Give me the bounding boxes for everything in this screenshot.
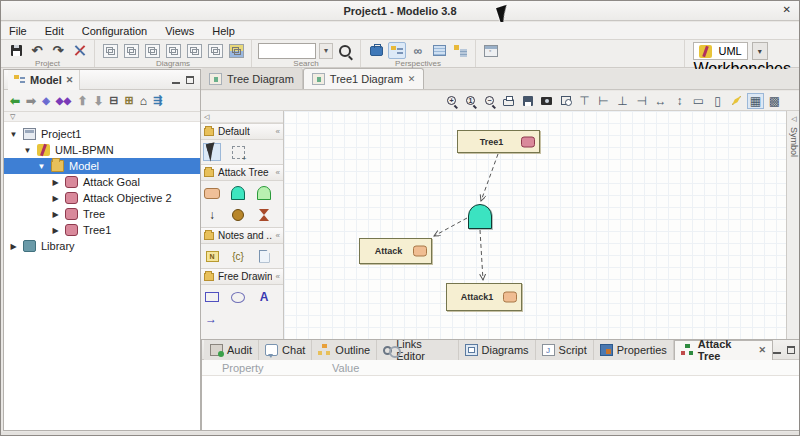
search-input[interactable] xyxy=(258,43,316,59)
zoom-actual-button[interactable]: 1 xyxy=(462,93,479,109)
forward-icon[interactable]: ➡ xyxy=(26,94,36,108)
counter-node-tool[interactable] xyxy=(229,206,247,224)
window-options-button[interactable] xyxy=(482,43,500,60)
snap-button[interactable]: ▩ xyxy=(766,93,783,109)
tree-icon[interactable]: ⊞ xyxy=(125,94,134,107)
search-dropdown-button[interactable]: ▾ xyxy=(319,43,333,59)
tree-item-attack-objective-2[interactable]: ▶ Attack Objective 2 xyxy=(4,190,200,206)
model-tab-close-icon[interactable]: ✕ xyxy=(66,75,74,85)
palette-section-notes[interactable]: Notes and ... « xyxy=(201,227,283,244)
expand-arrow[interactable]: ▶ xyxy=(51,226,60,235)
undo-button[interactable]: ↶ xyxy=(28,42,46,59)
transfer-node-tool[interactable] xyxy=(255,206,273,224)
tab-audit[interactable]: Audit xyxy=(204,340,259,360)
and-gate-node[interactable] xyxy=(468,204,492,229)
usecase-diagram-button[interactable] xyxy=(143,42,161,59)
menu-edit[interactable]: Edit xyxy=(45,25,64,37)
tools-button[interactable] xyxy=(70,42,88,59)
save-diagram-button[interactable] xyxy=(519,93,536,109)
related-all-icon[interactable]: ◆◆ xyxy=(56,95,71,106)
node-attack[interactable]: Attack xyxy=(359,238,432,264)
palette-collapse-button[interactable]: ◁ xyxy=(201,111,283,123)
ellipse-tool[interactable] xyxy=(229,288,247,306)
tab-close-icon[interactable]: ✕ xyxy=(758,345,766,355)
model-perspective-button[interactable] xyxy=(388,42,406,59)
home-icon[interactable]: ⌂ xyxy=(140,94,147,108)
line-tool[interactable]: → xyxy=(203,310,281,328)
zoom-in-button[interactable]: + xyxy=(443,93,460,109)
tab-diagrams[interactable]: Diagrams xyxy=(459,340,536,360)
tree-item-model[interactable]: ▼ Model xyxy=(4,158,200,174)
align-right-button[interactable]: ⊣ xyxy=(633,93,650,109)
align-left-button[interactable]: ⊢ xyxy=(595,93,612,109)
property-table-body[interactable] xyxy=(202,376,800,430)
tab-script[interactable]: J Script xyxy=(536,340,594,360)
snapshot-button[interactable] xyxy=(538,93,555,109)
search-button[interactable] xyxy=(336,42,354,59)
node-attack1[interactable]: Attack1 xyxy=(446,283,522,311)
tree-item-attack-goal[interactable]: ▶ Attack Goal xyxy=(4,174,200,190)
tab-tree1-diagram[interactable]: Tree1 Diagram ✕ xyxy=(303,68,425,89)
same-height-button[interactable]: ▯ xyxy=(709,93,726,109)
workbench-dropdown-button[interactable]: ▾ xyxy=(752,42,768,60)
deployment-diagram-button[interactable] xyxy=(206,42,224,59)
tab-outline[interactable]: Outline xyxy=(312,340,377,360)
rectangle-tool[interactable] xyxy=(203,288,221,306)
related-icon[interactable]: ◈ xyxy=(42,95,50,106)
palette-section-default[interactable]: Default « xyxy=(201,123,283,140)
save-button[interactable] xyxy=(7,42,25,59)
text-tool[interactable]: A xyxy=(255,288,273,306)
node-tree1[interactable]: Tree1 xyxy=(457,130,540,153)
align-top-button[interactable]: ⊤ xyxy=(576,93,593,109)
align-bottom-button[interactable]: ⊥ xyxy=(614,93,631,109)
expand-arrow[interactable]: ▶ xyxy=(51,178,60,187)
back-icon[interactable]: ⬅ xyxy=(10,94,20,108)
column-value[interactable]: Value xyxy=(332,362,359,374)
panel-minimize-button[interactable] xyxy=(172,76,180,84)
tree-item-tree1[interactable]: ▶ Tree1 xyxy=(4,222,200,238)
menu-help[interactable]: Help xyxy=(212,25,235,37)
menu-views[interactable]: Views xyxy=(165,25,194,37)
expand-arrow[interactable]: ▼ xyxy=(23,146,32,155)
zoom-out-button[interactable]: − xyxy=(481,93,498,109)
menu-file[interactable]: File xyxy=(9,25,27,37)
distribute-vertical-button[interactable]: ↕ xyxy=(671,93,688,109)
matrix-button[interactable] xyxy=(227,42,245,59)
activity-diagram-button[interactable] xyxy=(122,42,140,59)
same-width-button[interactable]: ▭ xyxy=(690,93,707,109)
bottom-panel-maximize-button[interactable] xyxy=(787,346,795,354)
note-tool[interactable]: N xyxy=(203,247,221,265)
links-perspective-button[interactable]: ∞ xyxy=(409,42,427,59)
tree-item-library[interactable]: ▶ Library xyxy=(4,238,200,254)
window-close-button[interactable]: ✕ xyxy=(783,4,791,15)
or-gate-tool[interactable] xyxy=(255,184,273,202)
column-property[interactable]: Property xyxy=(202,362,332,374)
format-button[interactable] xyxy=(728,93,745,109)
view-menu-icon[interactable]: ▽ xyxy=(10,113,15,121)
symbol-tab-label[interactable]: Symbol xyxy=(789,127,799,157)
tab-links-editor[interactable]: Links Editor xyxy=(377,340,458,360)
expand-symbol-icon[interactable]: ◁ xyxy=(791,115,796,123)
grid-button[interactable]: ▦ xyxy=(747,93,764,109)
panel-maximize-button[interactable] xyxy=(186,76,194,84)
distribute-horizontal-button[interactable]: ↔ xyxy=(652,93,669,109)
model-tab[interactable]: Model ✕ xyxy=(8,70,80,90)
menu-configuration[interactable]: Configuration xyxy=(82,25,147,37)
expand-arrow[interactable]: ▶ xyxy=(51,194,60,203)
connector-tool[interactable]: ↓ xyxy=(203,206,221,224)
fit-to-window-button[interactable] xyxy=(557,93,574,109)
redo-button[interactable]: ↷ xyxy=(49,42,67,59)
marquee-tool[interactable] xyxy=(229,143,247,161)
palette-section-attack-tree[interactable]: Attack Tree « xyxy=(201,164,283,181)
workbench-select[interactable]: UML xyxy=(693,42,747,60)
tree-item-project1[interactable]: ▼ Project1 xyxy=(4,126,200,142)
expand-arrow[interactable]: ▶ xyxy=(9,242,18,251)
treegrid-perspective-button[interactable] xyxy=(451,42,469,59)
tree-item-tree[interactable]: ▶ Tree xyxy=(4,206,200,222)
configure-icon[interactable]: ⇶ xyxy=(153,94,162,107)
move-up-icon[interactable]: ⬆ xyxy=(77,94,87,108)
tab-properties[interactable]: Properties xyxy=(594,340,674,360)
attack-node-tool[interactable] xyxy=(203,184,221,202)
and-gate-tool[interactable] xyxy=(229,184,247,202)
tree-item-uml-bpmn[interactable]: ▼ UML-BPMN xyxy=(4,142,200,158)
